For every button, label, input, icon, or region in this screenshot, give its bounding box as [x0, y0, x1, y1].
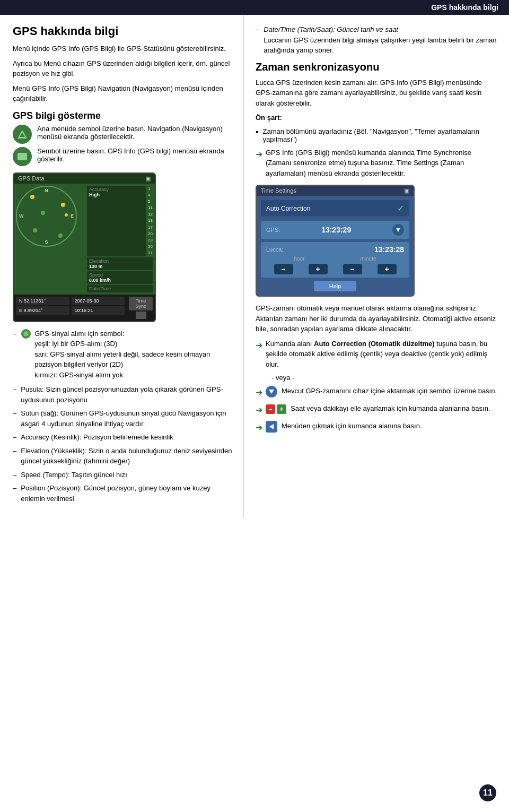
- gps-screen-footer: N 52.11361° 2007-05-30 E 9.89204° 10:16:…: [14, 295, 155, 321]
- gps-time-display: 10:16:21: [72, 306, 125, 315]
- elevation-label: Elevation: [89, 258, 151, 264]
- gps-screen-header: GPS Data ▣: [14, 174, 155, 184]
- datetime-section-text: Date/Time (Tarih/Saat): Güncel tarih ve …: [264, 24, 498, 56]
- minute-minus-btn[interactable]: –: [343, 264, 362, 274]
- on-sart-label: Ön şart:: [256, 113, 498, 123]
- signal-text-block: GPS-sinyal alımı için sembol: yeşil: iyi…: [34, 329, 233, 381]
- back-btn[interactable]: [136, 312, 146, 319]
- help-btn[interactable]: Help: [314, 281, 356, 291]
- datetime-desc: Luccanın GPS üzerinden bilgi almaya çalı…: [264, 36, 496, 55]
- gps-compass-area: N S E W: [16, 186, 85, 247]
- list-item-3-text: Elevation (Yükseklik): Sizin o anda bulu…: [21, 446, 233, 467]
- intro-p1: Menü içinde GPS Info (GPS Bilgi) ile GPS…: [13, 44, 233, 54]
- zaman-title: Zaman senkronizasyonu: [256, 61, 498, 73]
- auto-correction-label: Auto Correction: [266, 205, 310, 212]
- gps-time-value: 13:23:29: [321, 226, 351, 234]
- hour-label: hour: [294, 256, 304, 262]
- gps-screen: GPS Data ▣ N S E W: [13, 172, 156, 322]
- arrow3-text: GPS Info (GPS Bilgi) menüsü kumanda alan…: [266, 148, 498, 179]
- bullet1-text: Zaman bölümünü ayarladınız (Böl. "Naviga…: [263, 127, 498, 143]
- coord2: E 9.89204°: [16, 306, 69, 315]
- gps-screen-icon: ▣: [145, 175, 151, 182]
- gps-date: 2007-05-30: [72, 297, 125, 305]
- coord1: N 52.11361°: [16, 297, 69, 305]
- ts-lucca-row: Lucca: 13:23:28 hour minute – + – +: [261, 242, 409, 278]
- right-arrow-4-icon: ➜: [256, 339, 262, 352]
- info-list: Pusula: Sizin güncel pozisyonunuzdan yol…: [13, 384, 233, 504]
- ts-sub-labels: hour minute: [266, 256, 404, 262]
- signal-circle-icon: [21, 329, 31, 381]
- signal-item-container: GPS-sinyal alımı için sembol: yeşil: iyi…: [13, 329, 233, 381]
- hour-minus-btn[interactable]: –: [274, 264, 293, 274]
- list-item-4: Speed (Tempo): Taşıtın güncel hızı: [13, 470, 233, 480]
- menu-back-icon: [266, 421, 277, 433]
- gps-down-arrow[interactable]: ▼: [392, 224, 404, 236]
- arrow1-text: Ana menüde sembol üzerine basın. Navigat…: [37, 125, 233, 141]
- down-arrow-icon: [266, 386, 277, 398]
- right-arrow-7-icon: ➜: [256, 421, 262, 434]
- list-item-5-text: Position (Pozisyon): Güncel pozisyon, gü…: [21, 483, 233, 504]
- header-title: GPS hakkında bilgi: [431, 3, 498, 12]
- hour-plus-btn[interactable]: +: [309, 264, 328, 274]
- elevation-row: Elevation 130 m: [87, 257, 153, 270]
- lucca-time-value: 13:23:28: [374, 245, 404, 254]
- zaman-p1: Lucca GPS üzerinden kesin zamanı alır. G…: [256, 77, 498, 109]
- ts-controls[interactable]: – + – +: [266, 264, 404, 274]
- ts-auto-row: Auto Correction ✓: [261, 200, 409, 217]
- arrow-item-2: Sembol üzerine basın. GPS Info (GPS bilg…: [13, 147, 233, 166]
- page-header: GPS hakkında bilgi: [0, 0, 509, 15]
- veya-text: - veya -: [271, 374, 294, 382]
- speed-label: Speed: [89, 272, 151, 278]
- coords-area: N 52.11361° 2007-05-30 E 9.89204° 10:16:…: [16, 297, 125, 319]
- page-number: 11: [479, 784, 496, 801]
- on-sart-text: Ön şart:: [256, 114, 282, 122]
- list-item-3: Elevation (Yükseklik): Sizin o anda bulu…: [13, 446, 233, 467]
- arrow5-item: ➜ Mevcut GPS-zamanını cihaz içine aktarm…: [256, 386, 498, 399]
- arrow6-item: ➜ – + Saat veya dakikayı elle ayarlamak …: [256, 403, 498, 417]
- ts-title: Time Settings: [261, 187, 296, 194]
- svg-point-1: [23, 331, 29, 336]
- right-top-list: Date/Time (Tarih/Saat): Güncel tarih ve …: [256, 24, 498, 56]
- accuracy-label: Accuracy: [89, 187, 144, 192]
- arrow4-item: ➜ Kumanda alanı Auto Correction (Otomati…: [256, 339, 498, 370]
- gps-row-label: GPS:: [266, 227, 280, 233]
- datetime-label: Date/Time: [89, 286, 151, 291]
- arrow6-text: Saat veya dakikayı elle ayarlamak için k…: [291, 403, 490, 414]
- time-settings-screen: Time Settings ▣ Auto Correction ✓ GPS: 1…: [256, 185, 415, 297]
- list-item-0: Pusula: Sizin güncel pozisyonunuzdan yol…: [13, 384, 233, 405]
- arrow3-item: ➜ GPS Info (GPS Bilgi) menüsü kumanda al…: [256, 148, 498, 179]
- arrow7-item: ➜ Menüden çıkmak için kumanda alanına ba…: [256, 421, 498, 434]
- minus-icon: –: [266, 404, 275, 414]
- arrow5-text: Mevcut GPS-zamanını cihaz içine aktarmak…: [282, 386, 497, 396]
- speed-row: Speed 0.00 km/h: [87, 271, 153, 284]
- time-sync-btn[interactable]: Time Sync: [129, 297, 153, 310]
- signal-yellow: sarı: GPS-sinyal alımı yeterli değil, sa…: [34, 350, 210, 369]
- ts-body: Auto Correction ✓ GPS: 13:23:29 ▼ Lucca:…: [257, 196, 414, 296]
- desc-p1: GPS-zamanı otomatik veya manüel olarak a…: [256, 303, 498, 334]
- veya-text-wrap: - veya -: [271, 374, 498, 382]
- arrow2-text: Sembol üzerine basın. GPS Info (GPS bilg…: [37, 147, 233, 163]
- ts-header: Time Settings ▣: [257, 186, 414, 196]
- ts-header-icon: ▣: [404, 187, 409, 194]
- datetime-row: Date/Time: [87, 285, 153, 292]
- right-arrow-6-icon: ➜: [256, 404, 262, 417]
- lucca-row-label: Lucca:: [266, 246, 283, 253]
- plus-minus-icons: – +: [266, 404, 286, 414]
- arrow7-text: Menüden çıkmak için kumanda alanına bası…: [282, 421, 422, 431]
- accuracy-row: Accuracy High: [87, 186, 146, 256]
- signal-title: GPS-sinyal alımı için sembol:: [34, 330, 124, 338]
- right-arrow-3-icon: ➜: [256, 148, 262, 161]
- minute-plus-btn[interactable]: +: [378, 264, 397, 274]
- list-item-2: Accuracy (Kesinlik): Pozisyon belirlemed…: [13, 432, 233, 443]
- gps-screen-body: N S E W: [14, 184, 155, 295]
- right-column: Date/Time (Tarih/Saat): Güncel tarih ve …: [244, 15, 509, 517]
- list-item-5: Position (Pozisyon): Güncel pozisyon, gü…: [13, 483, 233, 504]
- signal-green: yeşil: iyi bir GPS-alımı (3D): [34, 340, 117, 348]
- ts-lucca-header: Lucca: 13:23:28: [266, 245, 404, 254]
- gps-screen-title: GPS Data: [18, 175, 45, 182]
- right-arrow-5-icon: ➜: [256, 386, 262, 399]
- plus-icon: +: [277, 404, 286, 414]
- list-item-1: Sütun (sağ): Görünen GPS-uydusunun sinya…: [13, 408, 233, 429]
- checkmark-icon: ✓: [397, 203, 404, 213]
- intro-p2: Ayrıca bu Menü cihazın GPS üzerinden ald…: [13, 58, 233, 79]
